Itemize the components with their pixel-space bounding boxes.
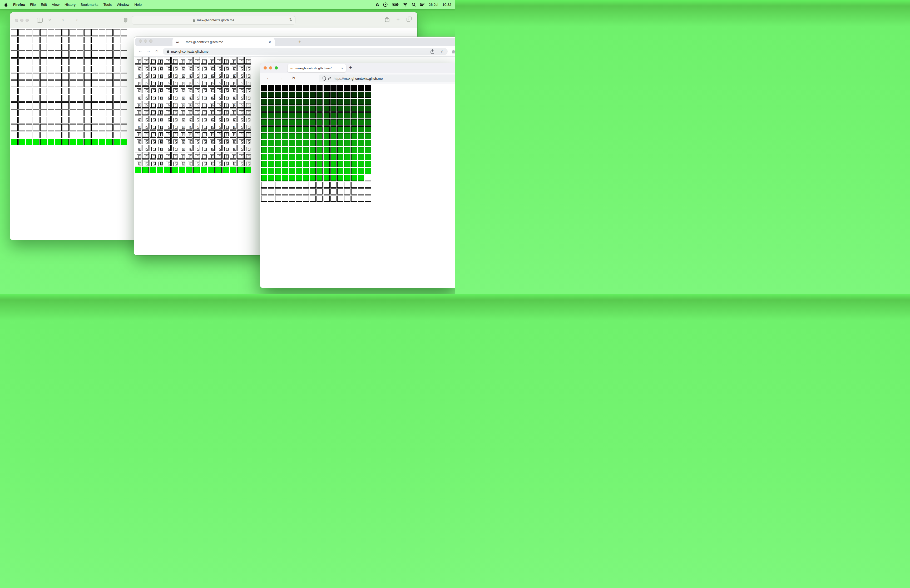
- menu-item-view[interactable]: View: [52, 3, 60, 6]
- grid-cell: [296, 92, 302, 98]
- grid-cell: ×: [135, 57, 141, 64]
- tab-close-icon[interactable]: ×: [269, 40, 271, 44]
- spotlight-search-icon[interactable]: [412, 3, 416, 6]
- forward-button[interactable]: →: [279, 76, 283, 81]
- reload-button[interactable]: ↻: [292, 76, 296, 81]
- firefox-active-tab[interactable]: ∞ max-gl-contexts.glitch.me/ ×: [288, 64, 346, 72]
- back-button[interactable]: ←: [267, 76, 271, 81]
- battery-charging-icon[interactable]: [392, 3, 399, 6]
- play-circle-icon[interactable]: [383, 2, 388, 7]
- grid-cell: ×: [208, 65, 215, 71]
- grid-cell: [323, 161, 330, 167]
- broken-image-icon: ×: [151, 59, 156, 64]
- new-tab-icon[interactable]: +: [396, 16, 400, 22]
- broken-image-icon: ×: [158, 81, 163, 86]
- grid-cell: [344, 175, 350, 181]
- share-icon[interactable]: [430, 49, 434, 54]
- grid-cell: ×: [208, 116, 215, 122]
- grid-cell: ×: [150, 108, 156, 115]
- broken-image-icon: ×: [232, 103, 236, 108]
- broken-image-icon: ×: [202, 103, 207, 108]
- zoom-window-button[interactable]: [149, 39, 152, 43]
- apple-menu-icon[interactable]: [4, 2, 8, 7]
- minimize-window-button[interactable]: [20, 19, 23, 22]
- grid-cell: [317, 161, 323, 167]
- grid-cell: [337, 168, 343, 174]
- grid-cell: [113, 132, 120, 138]
- grid-cell: ×: [230, 65, 236, 71]
- grid-cell: [70, 29, 76, 36]
- grid-cell: [121, 95, 127, 102]
- grid-cell: ×: [157, 86, 163, 93]
- new-tab-button[interactable]: +: [298, 39, 301, 45]
- grid-cell: ×: [208, 86, 215, 93]
- menu-item-history[interactable]: History: [65, 3, 76, 6]
- grid-cell: [99, 95, 105, 102]
- broken-image-icon: ×: [188, 162, 192, 166]
- grid-cell: ×: [142, 101, 149, 108]
- lock-icon[interactable]: [328, 77, 331, 80]
- chrome-active-tab[interactable]: ∞ max-gl-contexts.glitch.me ×: [173, 38, 275, 46]
- grid-cell: [106, 95, 113, 102]
- grid-cell: [358, 182, 364, 188]
- share-icon[interactable]: [385, 16, 390, 22]
- grid-cell: [62, 132, 69, 138]
- grid-cell: ×: [208, 57, 215, 64]
- menu-item-edit[interactable]: Edit: [41, 3, 47, 6]
- address-bar[interactable]: max-gl-contexts.glitch.me ↻: [132, 16, 296, 24]
- menu-item-file[interactable]: File: [30, 3, 36, 6]
- zoom-window-button[interactable]: [275, 66, 278, 69]
- grid-cell: [208, 166, 215, 173]
- grid-cell: [33, 44, 39, 50]
- control-center-icon[interactable]: [420, 3, 425, 6]
- sidebar-toggle-icon[interactable]: [37, 18, 43, 23]
- tracking-protection-shield-icon[interactable]: [323, 76, 326, 81]
- back-button[interactable]: ←: [138, 49, 142, 53]
- grid-cell: [296, 175, 302, 181]
- tab-close-icon[interactable]: ×: [341, 66, 343, 70]
- grid-cell: [77, 29, 84, 36]
- reload-button[interactable]: ↻: [155, 49, 158, 54]
- tab-overview-icon[interactable]: [407, 16, 412, 22]
- broken-image-icon: ×: [232, 154, 236, 159]
- grid-cell: ×: [244, 101, 251, 108]
- grid-cell: [275, 161, 281, 167]
- close-window-button[interactable]: [15, 19, 18, 22]
- close-window-button[interactable]: [139, 39, 142, 43]
- menu-item-window[interactable]: Window: [116, 3, 129, 6]
- minimize-window-button[interactable]: [144, 39, 147, 43]
- menu-app-name[interactable]: Firefox: [13, 3, 25, 6]
- grid-cell: [26, 132, 32, 138]
- google-status-icon[interactable]: G: [376, 2, 379, 7]
- grid-cell: [113, 37, 120, 43]
- menu-bar-clock[interactable]: 10:32: [442, 3, 451, 6]
- grid-cell: [84, 95, 91, 102]
- address-bar[interactable]: max-gl-contexts.glitch.me ☆: [163, 48, 448, 55]
- grid-cell: [303, 182, 309, 188]
- grid-cell: [351, 161, 357, 167]
- sidebar-chevron-down-icon[interactable]: [48, 19, 51, 21]
- broken-image-icon: ×: [188, 154, 192, 159]
- forward-button[interactable]: ›: [76, 17, 78, 23]
- wifi-icon[interactable]: [403, 3, 407, 6]
- address-bar[interactable]: https:// max-gl-contexts.glitch.me: [319, 74, 455, 82]
- extensions-puzzle-icon[interactable]: [451, 49, 455, 54]
- back-button[interactable]: ‹: [62, 17, 64, 23]
- grid-cell: ×: [186, 79, 192, 86]
- menu-item-tools[interactable]: Tools: [103, 3, 112, 6]
- grid-cell: ×: [215, 101, 222, 108]
- grid-cell: [48, 95, 54, 102]
- menu-bar-date[interactable]: 26 Jul: [429, 3, 438, 6]
- bookmark-star-icon[interactable]: ☆: [441, 49, 444, 54]
- menu-item-help[interactable]: Help: [134, 3, 142, 6]
- zoom-window-button[interactable]: [26, 19, 29, 22]
- grid-cell: ×: [223, 65, 229, 71]
- grid-cell: [303, 195, 309, 202]
- new-tab-button[interactable]: +: [349, 65, 352, 71]
- menu-item-bookmarks[interactable]: Bookmarks: [81, 3, 99, 6]
- close-window-button[interactable]: [263, 66, 267, 69]
- forward-button[interactable]: →: [146, 49, 150, 53]
- reload-icon[interactable]: ↻: [289, 17, 293, 22]
- minimize-window-button[interactable]: [269, 66, 272, 69]
- grid-cell: [330, 85, 336, 91]
